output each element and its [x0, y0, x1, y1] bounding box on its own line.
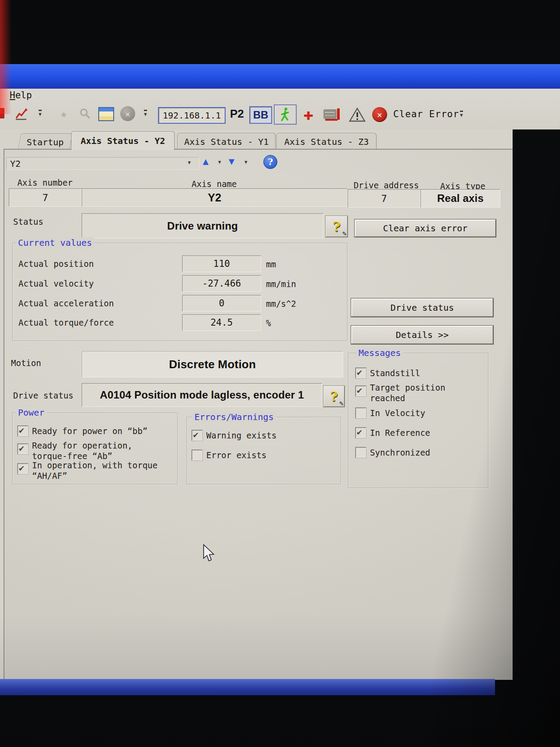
phase-p2-label: P2 [230, 107, 244, 121]
checkbox-label: Synchronized [370, 447, 430, 458]
checkbox-target-position-reached[interactable]: ✔ Target position reached [355, 382, 465, 403]
checkbox-box[interactable]: ✔ [192, 430, 202, 441]
pencil-icon: ✎ [342, 229, 347, 237]
motion-value-field: Discrete Motion [82, 351, 343, 377]
table-view-icon[interactable] [98, 107, 114, 121]
power-title: Power [16, 407, 47, 418]
axis-selector-value: Y2 [10, 158, 21, 169]
toolbar-dropdown-icon[interactable]: ▼ [460, 111, 463, 118]
checkbox-in-reference[interactable]: ✔ In Reference [355, 427, 478, 438]
status-value: Drive warning [167, 220, 238, 232]
checkbox-box[interactable]: ✔ [355, 427, 366, 438]
checkbox-box[interactable]: ✔ [192, 450, 202, 460]
axis-type-value: Real axis [437, 192, 484, 205]
ip-address-field[interactable]: 192.168.1.1 [158, 107, 226, 124]
check-icon: ✔ [193, 429, 198, 440]
checkbox-box[interactable]: ✔ [355, 447, 366, 458]
favorites-star-icon-disabled[interactable]: ★ [56, 106, 71, 121]
mouse-cursor [203, 544, 215, 563]
checkbox-error-exists[interactable]: ✔ Error exists [192, 450, 323, 460]
axis-number-value: 7 [42, 192, 48, 203]
toolbar-dropdown-icon[interactable]: ▼ [144, 110, 147, 117]
search-icon-disabled[interactable] [77, 106, 92, 121]
red-cross-stop-icon[interactable]: ✚ [299, 104, 318, 124]
axis-name-field: Y2 [82, 188, 348, 207]
tab-label: Axis Status - Y1 [184, 136, 269, 147]
axis-name-value: Y2 [208, 191, 222, 204]
tab-startup[interactable]: Startup [18, 133, 73, 150]
window-titlebar [0, 64, 560, 89]
checkbox-box[interactable]: ✔ [355, 368, 366, 378]
messages-title: Messages [356, 348, 403, 358]
checkbox-label: Error exists [206, 450, 266, 460]
checkbox-label: Warning exists [206, 430, 276, 441]
status-label: Status [13, 217, 43, 226]
question-mark-icon: ? [330, 389, 338, 404]
errors-warnings-title: Errors/Warnings [192, 412, 276, 422]
tab-axis-status-y2[interactable]: Axis Status - Y2 [71, 131, 175, 150]
details-button-label: Details >> [396, 330, 449, 340]
axis-status-window: Startup Axis Status - Y2 Axis Status - Y… [0, 129, 513, 679]
previous-axis-icon[interactable]: ▲ [203, 156, 208, 167]
actual-position-label: Actual position [18, 259, 94, 269]
drive-status-value: A0104 Position mode lagless, encoder 1 [100, 389, 304, 401]
checkbox-standstill[interactable]: ✔ Standstill [355, 368, 478, 378]
checkbox-label: In operation, with torque “AH/AF” [32, 460, 166, 481]
tab-axis-status-z3[interactable]: Axis Status - Z3 [276, 133, 377, 150]
previous-axis-dropdown-icon[interactable]: ▼ [218, 159, 221, 165]
details-button[interactable]: Details >> [351, 326, 493, 344]
axis-type-field: Real axis [420, 189, 500, 208]
next-axis-icon[interactable]: ▼ [229, 156, 234, 167]
tab-label: Startup [27, 137, 64, 147]
error-circle-icon[interactable]: ✕ [372, 107, 387, 122]
drive-address-value: 7 [381, 193, 387, 204]
trend-chart-icon[interactable] [14, 106, 29, 121]
checkbox-in-velocity[interactable]: ✔ In Velocity [355, 408, 478, 418]
tab-label: Axis Status - Z3 [284, 136, 369, 147]
check-icon: ✔ [19, 425, 24, 435]
next-axis-dropdown-icon[interactable]: ▼ [244, 159, 248, 165]
clear-error-button[interactable]: Clear Error [393, 109, 459, 119]
check-icon: ✔ [357, 427, 362, 437]
status-help-button[interactable]: ? ✎ [326, 216, 348, 237]
clear-axis-error-label: Clear axis error [383, 223, 468, 233]
menu-help[interactable]: Help [10, 90, 32, 101]
actual-torque-value: 24.5 [211, 317, 233, 328]
cancel-icon-disabled[interactable]: ✕ [120, 106, 135, 121]
drive-status-label: Drive status [13, 391, 73, 400]
checkbox-label: In Velocity [370, 408, 425, 418]
photo-light-leak [0, 0, 11, 114]
drive-status-value-field: A0104 Position mode lagless, encoder 1 [82, 383, 322, 407]
checkbox-ready-for-power-on[interactable]: ✔ Ready for power on “bb” [18, 426, 162, 436]
clear-axis-error-button[interactable]: Clear axis error [355, 219, 496, 237]
axis-number-header: Axis number [13, 178, 77, 187]
checkbox-label: Standstill [370, 368, 420, 378]
drive-status-button[interactable]: Drive status [351, 298, 493, 317]
checkbox-box[interactable]: ✔ [355, 386, 366, 396]
check-icon: ✔ [357, 385, 362, 395]
help-icon[interactable]: ? [263, 155, 277, 169]
actual-velocity-value: -27.466 [202, 278, 241, 289]
checkbox-box[interactable]: ✔ [18, 444, 28, 454]
actual-acceleration-value: 0 [219, 298, 225, 309]
checkbox-box[interactable]: ✔ [18, 463, 28, 474]
checkbox-box[interactable]: ✔ [18, 426, 28, 436]
toolbar-dropdown-icon[interactable]: ▼ [39, 110, 42, 117]
checkbox-synchronized[interactable]: ✔ Synchronized [355, 447, 478, 458]
tab-axis-status-y1[interactable]: Axis Status - Y1 [177, 133, 276, 150]
phase-bb-indicator[interactable]: BB [249, 106, 272, 124]
combo-dropdown-icon[interactable]: ▼ [188, 160, 191, 165]
drive-status-help-button[interactable]: ? ✎ [323, 386, 345, 407]
actual-position-field: 110 [182, 255, 261, 272]
checkbox-ready-for-operation[interactable]: ✔ Ready for operation, torque-free “Ab” [18, 440, 167, 461]
actual-velocity-label: Actual velocity [18, 279, 94, 288]
checkbox-box[interactable]: ✔ [355, 408, 366, 418]
axis-selector-combobox[interactable]: Y2 [6, 157, 199, 170]
warning-triangle-icon[interactable] [348, 107, 366, 123]
question-mark-icon: ? [333, 219, 341, 234]
checkbox-warning-exists[interactable]: ✔ Warning exists [192, 430, 323, 441]
checkbox-in-operation[interactable]: ✔ In operation, with torque “AH/AF” [18, 460, 167, 481]
actual-torque-field: 24.5 [182, 314, 261, 331]
drive-device-icon[interactable] [322, 107, 341, 122]
axis-enable-button[interactable] [274, 104, 297, 125]
